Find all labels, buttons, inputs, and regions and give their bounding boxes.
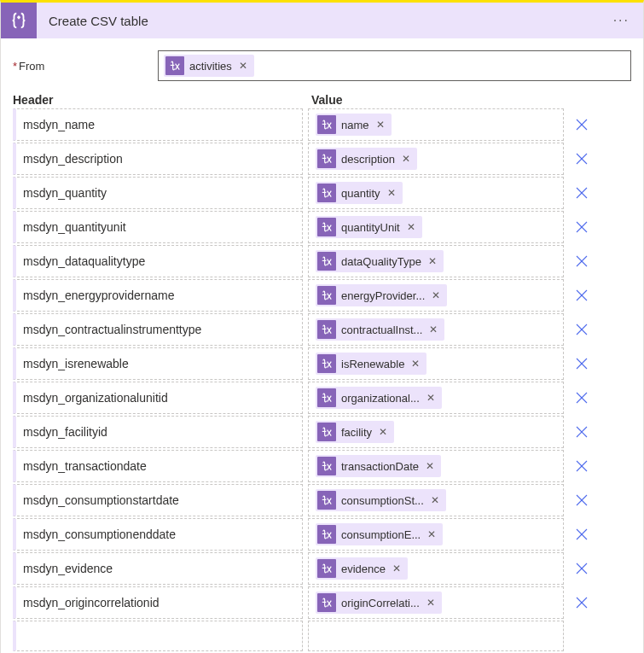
header-cell[interactable]: msdyn_quantity [13,177,303,209]
header-cell[interactable]: msdyn_facilityid [13,416,303,448]
remove-token-icon[interactable]: ✕ [400,153,412,165]
header-text: msdyn_quantity [23,186,107,200]
header-text: msdyn_consumptionenddate [23,528,176,541]
header-cell[interactable]: msdyn_quantityunit [13,211,303,243]
dynamic-content-icon [317,457,336,475]
header-cell[interactable]: msdyn_contractualinstrumenttype [13,313,303,346]
value-token[interactable]: evidence✕ [316,557,408,580]
value-token[interactable]: dataQualityType✕ [316,250,444,272]
value-token-label: facility [338,426,377,439]
action-title: Create CSV table [37,14,610,28]
value-token[interactable]: description✕ [316,148,417,170]
from-label: *From [13,60,158,73]
delete-row-button[interactable] [566,177,598,209]
value-cell[interactable]: quantity✕ [308,177,564,209]
header-cell[interactable]: msdyn_isrenewable [13,347,303,380]
delete-row-button[interactable] [566,347,598,380]
remove-token-icon[interactable]: ✕ [429,494,441,506]
value-cell[interactable]: consumptionE...✕ [308,518,564,551]
value-token[interactable]: transactionDate✕ [316,455,441,477]
dynamic-content-icon [317,149,336,168]
value-token[interactable]: quantityUnit✕ [316,216,422,238]
delete-row-button[interactable] [566,586,598,619]
from-token[interactable]: activities ✕ [164,55,254,77]
remove-token-icon[interactable]: ✕ [425,597,437,609]
value-cell[interactable]: isRenewable✕ [308,347,564,380]
header-cell[interactable]: msdyn_description [13,143,303,175]
remove-token-icon[interactable]: ✕ [405,221,417,233]
header-cell[interactable]: msdyn_energyprovidername [13,279,303,312]
value-cell[interactable]: dataQualityType✕ [308,245,564,277]
header-cell[interactable]: msdyn_evidence [13,552,303,585]
value-token[interactable]: name✕ [316,114,392,136]
value-col-label: Value [311,93,631,107]
value-cell[interactable]: name✕ [308,108,564,141]
value-token[interactable]: facility✕ [316,421,394,443]
header-cell[interactable]: msdyn_consumptionstartdate [13,484,303,516]
value-cell[interactable]: evidence✕ [308,552,564,585]
table-row: msdyn_evidenceevidence✕ [13,552,631,585]
value-cell[interactable]: energyProvider...✕ [308,279,564,312]
header-cell[interactable]: msdyn_origincorrelationid [13,586,303,619]
remove-token-icon[interactable]: ✕ [430,289,442,301]
value-token[interactable]: isRenewable✕ [316,353,426,375]
action-icon [1,3,37,38]
remove-token-icon[interactable]: ✕ [409,358,421,370]
delete-row-button[interactable] [566,143,598,175]
header-cell[interactable]: msdyn_name [13,108,303,141]
remove-token-icon[interactable]: ✕ [374,119,386,131]
value-cell[interactable]: organizational...✕ [308,382,564,414]
value-token[interactable]: originCorrelati...✕ [316,592,442,614]
header-cell[interactable]: msdyn_organizationalunitid [13,382,303,414]
header-cell[interactable]: msdyn_dataqualitytype [13,245,303,277]
delete-row-button[interactable] [566,279,598,312]
delete-row-button[interactable] [566,382,598,414]
header-cell[interactable]: msdyn_consumptionenddate [13,518,303,551]
table-row: msdyn_consumptionstartdateconsumptionSt.… [13,484,631,516]
delete-row-button[interactable] [566,484,598,516]
value-cell[interactable]: quantityUnit✕ [308,211,564,243]
value-token[interactable]: energyProvider...✕ [316,284,447,306]
value-token[interactable]: consumptionE...✕ [316,523,443,545]
remove-token-icon[interactable]: ✕ [425,392,437,404]
delete-row-button[interactable] [566,518,598,551]
remove-token-icon[interactable]: ✕ [424,460,436,472]
value-token[interactable]: organizational...✕ [316,387,442,409]
header-text: msdyn_contractualinstrumenttype [23,323,201,336]
from-input[interactable]: activities ✕ [158,50,631,81]
more-menu-button[interactable]: ··· [610,9,633,32]
titlebar[interactable]: Create CSV table ··· [1,3,643,38]
value-token[interactable]: quantity✕ [316,182,403,204]
dynamic-content-icon [317,525,336,544]
delete-row-button[interactable] [566,313,598,346]
delete-row-button[interactable] [566,450,598,482]
create-csv-table-card: Create CSV table ··· *From activities ✕ … [0,0,644,653]
delete-row-button[interactable] [566,211,598,243]
value-token-label: name [338,119,374,131]
value-cell[interactable] [308,621,564,651]
remove-token-icon[interactable]: ✕ [386,187,397,199]
delete-row-button[interactable] [566,245,598,277]
value-token-label: consumptionE... [338,528,426,541]
header-cell[interactable] [13,621,303,651]
value-cell[interactable]: facility✕ [308,416,564,448]
value-cell[interactable]: consumptionSt...✕ [308,484,564,516]
value-token[interactable]: contractualInst...✕ [316,318,444,341]
value-token[interactable]: consumptionSt...✕ [316,489,446,511]
delete-row-button[interactable] [566,416,598,448]
remove-token-icon[interactable]: ✕ [426,255,438,267]
value-cell[interactable]: description✕ [308,143,564,175]
value-cell[interactable]: contractualInst...✕ [308,313,564,346]
header-cell[interactable]: msdyn_transactiondate [13,450,303,482]
delete-row-button[interactable] [566,621,598,651]
table-row: msdyn_facilityidfacility✕ [13,416,631,448]
remove-token-icon[interactable]: ✕ [391,563,403,574]
value-cell[interactable]: originCorrelati...✕ [308,586,564,619]
remove-token-icon[interactable]: ✕ [237,60,249,72]
value-cell[interactable]: transactionDate✕ [308,450,564,482]
remove-token-icon[interactable]: ✕ [427,324,439,335]
delete-row-button[interactable] [566,108,598,141]
remove-token-icon[interactable]: ✕ [377,426,389,438]
delete-row-button[interactable] [566,552,598,585]
remove-token-icon[interactable]: ✕ [426,528,438,540]
